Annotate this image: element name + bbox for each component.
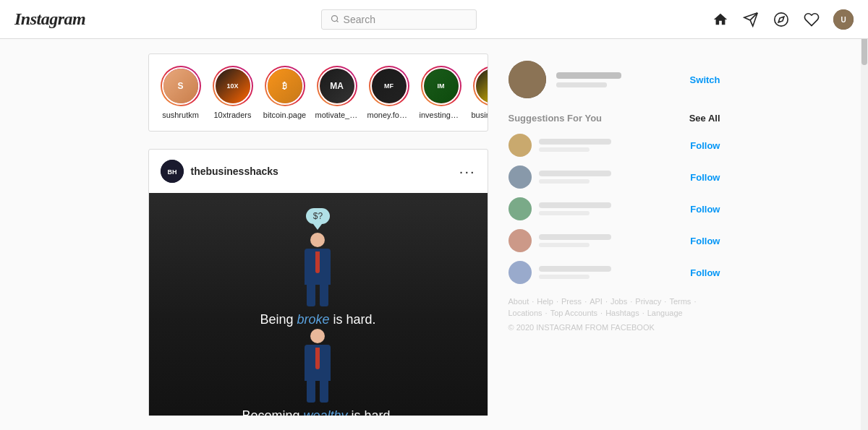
story-avatar-ring: $	[473, 66, 488, 106]
footer-link[interactable]: Hashtags	[605, 309, 639, 317]
svg-marker-3	[778, 17, 784, 22]
footer-link[interactable]: Privacy	[635, 297, 661, 306]
sidebar-profile: Switch	[509, 61, 720, 98]
story-avatar-inner: S	[162, 67, 200, 105]
footer-separator: ·	[694, 297, 696, 306]
footer-link[interactable]: Jobs	[610, 297, 627, 306]
story-avatar-bg: MF	[372, 69, 407, 103]
footer-link[interactable]: Top Accounts	[550, 309, 597, 317]
follow-button[interactable]: Follow	[690, 236, 720, 246]
suggestions-title: Suggestions For You	[509, 113, 603, 124]
follow-button[interactable]: Follow	[690, 204, 720, 215]
switch-button[interactable]: Switch	[690, 74, 720, 85]
footer-link[interactable]: Terms	[669, 297, 691, 306]
figure-body-2	[305, 345, 331, 381]
feed: S sushrutkm 10X 10xtraders ₿ bitcoin.pag…	[148, 53, 488, 416]
suggestion-avatar[interactable]	[509, 229, 532, 252]
caption-wealthy: Becoming wealthy is hard.	[242, 408, 393, 416]
story-avatar-ring: MF	[369, 66, 409, 106]
main-container: S sushrutkm 10X 10xtraders ₿ bitcoin.pag…	[0, 39, 868, 430]
figure-wealthy-section: Becoming wealthy is hard.	[242, 329, 393, 416]
story-label: motivate_vi...	[315, 111, 359, 119]
svg-text:U: U	[841, 16, 846, 24]
suggestion-sub-bar	[539, 147, 590, 152]
header: Instagram	[0, 0, 868, 39]
post-username[interactable]: thebusinesshacks	[191, 165, 278, 177]
story-item[interactable]: IM investingm...	[421, 66, 461, 119]
suggestion-info	[539, 171, 611, 184]
footer-separator: ·	[600, 309, 603, 317]
header-nav-icons: U	[712, 9, 854, 30]
story-item[interactable]: 10X 10xtraders	[213, 66, 253, 119]
user-avatar-header[interactable]: U	[833, 9, 854, 30]
story-item[interactable]: MF money.focus	[369, 66, 409, 119]
home-icon[interactable]	[712, 11, 729, 28]
stories-container: S sushrutkm 10X 10xtraders ₿ bitcoin.pag…	[148, 53, 488, 132]
footer-link[interactable]: About	[509, 297, 529, 306]
figure-head-2	[310, 329, 325, 343]
scrollbar[interactable]	[861, 0, 868, 430]
caption-broke: Being broke is hard.	[260, 312, 375, 327]
story-item[interactable]: S sushrutkm	[161, 66, 201, 119]
stick-figure-broke	[305, 233, 331, 306]
figure-tie-2	[315, 348, 320, 369]
suggestion-left	[509, 197, 611, 220]
sidebar-profile-left	[509, 61, 621, 98]
post-image: $?	[149, 193, 488, 416]
displayname-placeholder	[556, 82, 607, 87]
footer-link[interactable]: API	[590, 297, 603, 306]
story-avatar-inner: 10X	[214, 67, 252, 105]
figure-leg-left-2	[307, 381, 315, 403]
figure-leg-right-2	[320, 381, 328, 403]
follow-button[interactable]: Follow	[690, 267, 720, 278]
suggestion-left	[509, 229, 611, 252]
search-icon	[331, 13, 339, 26]
suggestion-left	[509, 134, 611, 157]
story-item[interactable]: MA motivate_vi...	[317, 66, 357, 119]
story-label: investingm...	[420, 111, 463, 119]
figure-top: $?	[306, 208, 330, 227]
story-avatar-bg: $	[476, 69, 488, 103]
compass-icon[interactable]	[773, 11, 790, 28]
post-image-inner: $?	[149, 193, 488, 416]
footer-separator: ·	[664, 297, 666, 306]
post-user: BH thebusinesshacks	[161, 160, 278, 183]
suggestion-avatar[interactable]	[509, 134, 532, 157]
story-item[interactable]: ₿ bitcoin.page	[265, 66, 305, 119]
search-input[interactable]	[344, 14, 467, 25]
suggestion-avatar[interactable]	[509, 165, 532, 189]
sidebar-avatar[interactable]	[509, 61, 546, 98]
footer-link[interactable]: Help	[537, 297, 553, 306]
story-avatar-inner: ₿	[266, 67, 304, 105]
story-label: businessem...	[472, 111, 488, 119]
footer-link[interactable]: Press	[561, 297, 582, 306]
follow-button[interactable]: Follow	[690, 172, 720, 183]
story-label: sushrutkm	[162, 111, 199, 119]
story-avatar-bg: IM	[424, 69, 459, 103]
footer-separator: ·	[642, 309, 644, 317]
post-more-button[interactable]: ···	[459, 163, 476, 180]
story-avatar-inner: $	[475, 67, 488, 105]
suggestion-avatar[interactable]	[509, 261, 532, 284]
speech-bubble: $?	[306, 208, 330, 224]
story-label: money.focus	[367, 111, 411, 119]
footer-link[interactable]: Language	[647, 309, 683, 317]
figure-leg-right	[320, 285, 328, 306]
search-bar[interactable]	[321, 9, 477, 30]
post-avatar[interactable]: BH	[161, 160, 184, 183]
follow-button[interactable]: Follow	[690, 140, 720, 151]
footer-separator: ·	[556, 297, 558, 306]
svg-point-2	[775, 12, 788, 25]
paper-plane-icon[interactable]	[742, 11, 760, 28]
story-item[interactable]: $ businessem...	[473, 66, 488, 119]
suggestion-info	[539, 234, 611, 247]
see-all-button[interactable]: See All	[689, 113, 720, 124]
suggestion-avatar[interactable]	[509, 197, 532, 220]
suggestion-item: Follow	[509, 134, 720, 157]
story-label: bitcoin.page	[263, 111, 306, 119]
story-avatar-bg: MA	[320, 69, 354, 103]
heart-icon[interactable]	[803, 11, 820, 28]
svg-point-8	[509, 61, 546, 98]
footer-link[interactable]: Locations	[509, 309, 542, 317]
footer-separator: ·	[584, 297, 587, 306]
